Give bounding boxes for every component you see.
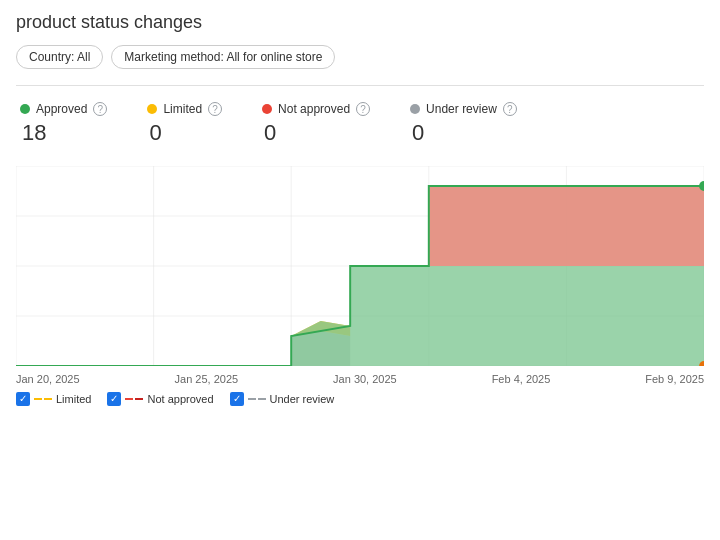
dot-gray-icon xyxy=(410,104,420,114)
x-label-2: Jan 30, 2025 xyxy=(333,373,397,385)
legend-item-not-approved: ✓ Not approved xyxy=(107,392,213,406)
x-label-4: Feb 9, 2025 xyxy=(645,373,704,385)
filter-chip-country[interactable]: Country: All xyxy=(16,45,103,69)
x-label-1: Jan 25, 2025 xyxy=(175,373,239,385)
legend-line-seg-limited-1 xyxy=(34,398,42,400)
filter-bar: Country: All Marketing method: All for o… xyxy=(16,45,704,69)
metric-approved-label: Approved ? xyxy=(20,102,107,116)
divider xyxy=(16,85,704,86)
page-container: product status changes Country: All Mark… xyxy=(0,0,720,540)
legend-item-under-review: ✓ Under review xyxy=(230,392,335,406)
legend-line-seg-not-approved-2 xyxy=(135,398,143,400)
limited-help-icon[interactable]: ? xyxy=(208,102,222,116)
legend-line-seg-not-approved-1 xyxy=(125,398,133,400)
metric-not-approved: Not approved ? 0 xyxy=(262,102,370,146)
not-approved-area xyxy=(429,186,704,266)
x-axis-labels: Jan 20, 2025 Jan 25, 2025 Jan 30, 2025 F… xyxy=(16,369,704,385)
dot-green-icon xyxy=(20,104,30,114)
legend-line-under-review xyxy=(248,398,266,400)
filter-chip-marketing[interactable]: Marketing method: All for online store xyxy=(111,45,335,69)
under-review-help-icon[interactable]: ? xyxy=(503,102,517,116)
legend-label-under-review: Under review xyxy=(270,393,335,405)
legend-line-seg-under-review-1 xyxy=(248,398,256,400)
dot-yellow-icon xyxy=(147,104,157,114)
chart-svg xyxy=(16,166,704,366)
metric-under-review-label: Under review ? xyxy=(410,102,517,116)
legend-row: ✓ Limited ✓ Not approved ✓ xyxy=(16,392,704,406)
chart-area: Jan 20, 2025 Jan 25, 2025 Jan 30, 2025 F… xyxy=(16,166,704,386)
legend-checkbox-not-approved[interactable]: ✓ xyxy=(107,392,121,406)
legend-line-seg-under-review-2 xyxy=(258,398,266,400)
metric-limited: Limited ? 0 xyxy=(147,102,222,146)
metric-under-review: Under review ? 0 xyxy=(410,102,517,146)
metric-under-review-value: 0 xyxy=(410,120,517,146)
metric-approved: Approved ? 18 xyxy=(20,102,107,146)
legend-label-limited: Limited xyxy=(56,393,91,405)
x-label-3: Feb 4, 2025 xyxy=(492,373,551,385)
not-approved-help-icon[interactable]: ? xyxy=(356,102,370,116)
dot-red-icon xyxy=(262,104,272,114)
metric-approved-value: 18 xyxy=(20,120,107,146)
legend-label-not-approved: Not approved xyxy=(147,393,213,405)
approved-help-icon[interactable]: ? xyxy=(93,102,107,116)
page-title: product status changes xyxy=(16,12,704,33)
legend-checkbox-under-review[interactable]: ✓ xyxy=(230,392,244,406)
legend-line-limited xyxy=(34,398,52,400)
legend-checkbox-limited[interactable]: ✓ xyxy=(16,392,30,406)
metrics-row: Approved ? 18 Limited ? 0 Not approved ?… xyxy=(16,102,704,146)
metric-not-approved-label: Not approved ? xyxy=(262,102,370,116)
x-label-0: Jan 20, 2025 xyxy=(16,373,80,385)
legend-line-seg-limited-2 xyxy=(44,398,52,400)
metric-limited-label: Limited ? xyxy=(147,102,222,116)
metric-not-approved-value: 0 xyxy=(262,120,370,146)
legend-line-not-approved xyxy=(125,398,143,400)
metric-limited-value: 0 xyxy=(147,120,222,146)
legend-item-limited: ✓ Limited xyxy=(16,392,91,406)
